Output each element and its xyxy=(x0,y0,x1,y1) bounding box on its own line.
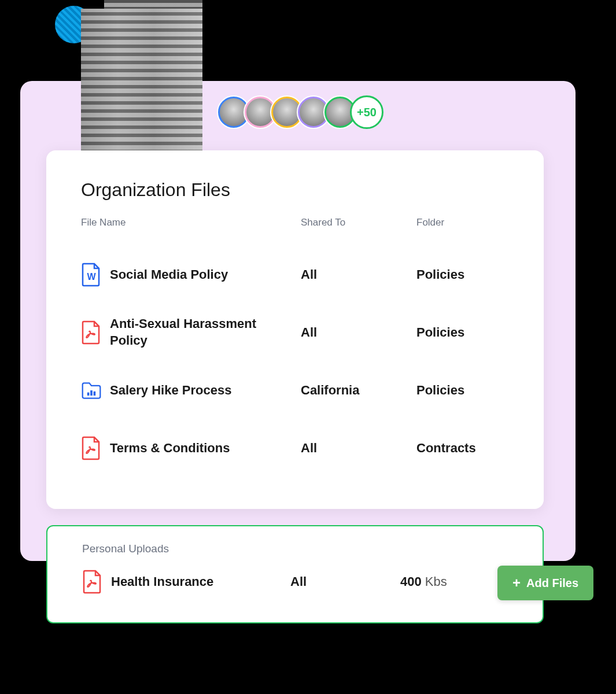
file-shared-to: All xyxy=(301,441,416,456)
file-folder: Contracts xyxy=(416,441,521,456)
file-folder: Policies xyxy=(416,267,521,282)
add-files-button[interactable]: + Add Files xyxy=(497,566,593,600)
file-folder: Policies xyxy=(416,325,521,340)
table-row[interactable]: Anti-Sexual Harassment Policy All Polici… xyxy=(81,304,509,361)
word-doc-icon: W xyxy=(81,262,102,287)
file-name: Anti-Sexual Harassment Policy xyxy=(110,316,301,349)
svg-line-6 xyxy=(580,645,587,649)
card-title: Organization Files xyxy=(81,179,509,201)
file-shared-to: All xyxy=(301,325,416,340)
file-name: Terms & Conditions xyxy=(110,440,301,457)
pdf-doc-icon xyxy=(82,569,103,595)
avatar-overflow-count[interactable]: +50 xyxy=(350,95,383,129)
personal-title: Personal Uploads xyxy=(82,542,508,555)
decorative-building xyxy=(81,9,202,153)
svg-rect-2 xyxy=(90,390,93,396)
pdf-doc-icon xyxy=(81,320,102,345)
svg-line-4 xyxy=(580,623,587,627)
file-shared-to: California xyxy=(301,383,416,398)
personal-uploads-card: Personal Uploads Health Insurance All 40… xyxy=(46,525,544,623)
table-row[interactable]: Health Insurance All 400 Kbs xyxy=(82,569,508,595)
plus-icon: + xyxy=(512,576,521,590)
pdf-doc-icon xyxy=(81,435,102,461)
column-shared-to: Shared To xyxy=(301,217,416,228)
file-shared-to: All xyxy=(301,267,416,282)
svg-text:W: W xyxy=(87,272,96,282)
svg-rect-3 xyxy=(94,392,96,396)
table-row[interactable]: W Social Media Policy All Policies xyxy=(81,246,509,304)
svg-rect-1 xyxy=(87,393,90,396)
column-folder: Folder xyxy=(416,217,521,228)
column-file-name: File Name xyxy=(81,217,301,228)
cursor-click-icon xyxy=(555,619,590,654)
file-name: Salery Hike Process xyxy=(110,382,301,399)
organization-files-card: Organization Files File Name Shared To F… xyxy=(46,150,544,509)
file-name: Health Insurance xyxy=(111,574,290,589)
table-row[interactable]: Salery Hike Process California Policies xyxy=(81,361,509,419)
file-name: Social Media Policy xyxy=(110,267,301,283)
file-folder: Policies xyxy=(416,383,521,398)
avatar-stack: +50 xyxy=(217,95,383,129)
table-header: File Name Shared To Folder xyxy=(81,217,509,228)
folder-chart-icon xyxy=(81,378,102,403)
file-shared-to: All xyxy=(290,574,400,589)
add-files-label: Add Files xyxy=(526,577,578,590)
table-row[interactable]: Terms & Conditions All Contracts xyxy=(81,419,509,477)
